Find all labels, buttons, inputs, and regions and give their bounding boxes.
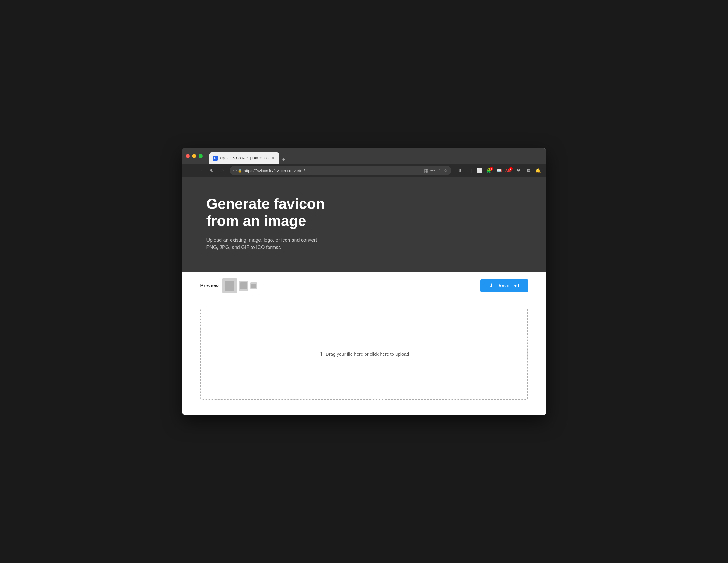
reader-view-icon[interactable]: ▦ <box>424 168 428 174</box>
tab-favicon: F <box>213 156 218 161</box>
back-button[interactable]: ← <box>186 166 194 175</box>
abp-badge: 3 <box>509 167 513 171</box>
preview-thumb-small <box>250 282 257 289</box>
bookmark-icon[interactable]: ☆ <box>443 168 448 174</box>
address-bar: ← → ↻ ⌂ ⓘ 🔒 https://favicon.io/favicon-c… <box>182 164 546 177</box>
info-icon: ⓘ <box>233 169 237 173</box>
preview-thumb-medium <box>239 281 248 290</box>
synced-tabs-icon[interactable]: ⬜ <box>476 166 484 175</box>
security-icons: ⓘ 🔒 <box>233 169 242 173</box>
url-text: https://favicon.io/favicon-converter/ <box>244 169 422 173</box>
forward-button[interactable]: → <box>197 166 205 175</box>
upload-section: ⬆ Drag your file here or click here to u… <box>182 299 546 415</box>
thumb-inner-small <box>251 283 256 288</box>
upload-text: ⬆ Drag your file here or click here to u… <box>319 351 409 357</box>
reload-button[interactable]: ↻ <box>208 166 216 175</box>
download-btn-icon: ⬇ <box>489 282 493 289</box>
more-options-icon[interactable]: ••• <box>430 168 435 173</box>
download-button[interactable]: ⬇ Download <box>480 279 528 292</box>
tabs-area: F Upload & Convert | Favicon.io × + <box>209 148 543 164</box>
upload-icon: ⬆ <box>319 351 323 357</box>
screenshot-icon[interactable]: 🖥 <box>524 166 533 175</box>
preview-thumb-large <box>222 279 237 293</box>
maximize-window-button[interactable] <box>199 154 203 158</box>
hero-title: Generate favicon from an image <box>206 196 359 229</box>
toolbar-icons: ⬇ ||| ⬜ 🧩 2 📖 ABP 3 ❤ 🖥 🔔 <box>456 166 543 175</box>
download-icon[interactable]: ⬇ <box>456 166 465 175</box>
extensions-badge: 2 <box>490 167 493 171</box>
lock-icon: 🔒 <box>238 169 242 173</box>
hero-section: Generate favicon from an image Upload an… <box>182 177 546 272</box>
content-area: Generate favicon from an image Upload an… <box>182 177 546 415</box>
social-icon[interactable]: ❤ <box>515 166 523 175</box>
hero-subtitle: Upload an existing image, logo, or icon … <box>206 237 346 251</box>
minimize-window-button[interactable] <box>192 154 196 158</box>
upload-label: Drag your file here or click here to upl… <box>326 351 409 356</box>
tab-title: Upload & Convert | Favicon.io <box>220 156 269 160</box>
library-icon[interactable]: ||| <box>466 166 474 175</box>
active-tab[interactable]: F Upload & Convert | Favicon.io × <box>209 152 279 164</box>
preview-label: Preview <box>200 283 219 288</box>
reader-icon[interactable]: 📖 <box>495 166 504 175</box>
address-bar-input[interactable]: ⓘ 🔒 https://favicon.io/favicon-converter… <box>230 166 451 175</box>
home-button[interactable]: ⌂ <box>219 166 227 175</box>
pocket-icon[interactable]: ♡ <box>437 168 442 174</box>
traffic-lights <box>186 154 203 158</box>
preview-left: Preview <box>200 279 257 293</box>
browser-window: F Upload & Convert | Favicon.io × + ← → … <box>182 148 546 415</box>
notification-icon[interactable]: 🔔 <box>534 166 543 175</box>
preview-thumbnails <box>222 279 257 293</box>
preview-section: Preview ⬇ Download <box>182 273 546 299</box>
new-tab-button[interactable]: + <box>279 155 288 164</box>
thumb-inner-medium <box>240 282 247 289</box>
title-bar: F Upload & Convert | Favicon.io × + <box>182 148 546 164</box>
tab-close-button[interactable]: × <box>271 156 276 161</box>
address-extra-icons: ▦ ••• ♡ ☆ <box>424 168 448 174</box>
upload-dropzone[interactable]: ⬆ Drag your file here or click here to u… <box>200 308 528 400</box>
abp-icon[interactable]: ABP 3 <box>505 166 513 175</box>
close-window-button[interactable] <box>186 154 190 158</box>
extensions-icon[interactable]: 🧩 2 <box>485 166 494 175</box>
thumb-inner-large <box>225 281 234 290</box>
download-btn-label: Download <box>496 283 519 289</box>
